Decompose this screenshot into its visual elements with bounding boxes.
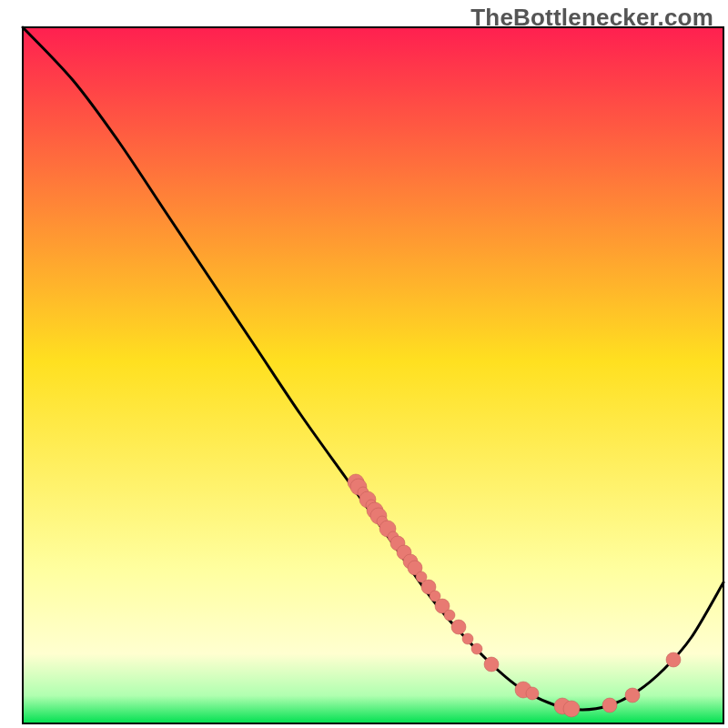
data-marker [484, 657, 499, 672]
bottleneck-chart: TheBottlenecker.com [0, 0, 728, 728]
gradient-background [23, 27, 723, 723]
data-marker [471, 643, 482, 654]
data-marker [444, 610, 455, 621]
data-marker [526, 687, 539, 700]
chart-svg [0, 0, 728, 728]
data-marker [563, 701, 580, 717]
data-marker [602, 698, 617, 713]
data-marker [462, 633, 473, 644]
data-marker [666, 652, 681, 667]
attribution-label: TheBottlenecker.com [470, 4, 713, 32]
data-marker [451, 620, 466, 634]
data-marker [625, 688, 640, 703]
